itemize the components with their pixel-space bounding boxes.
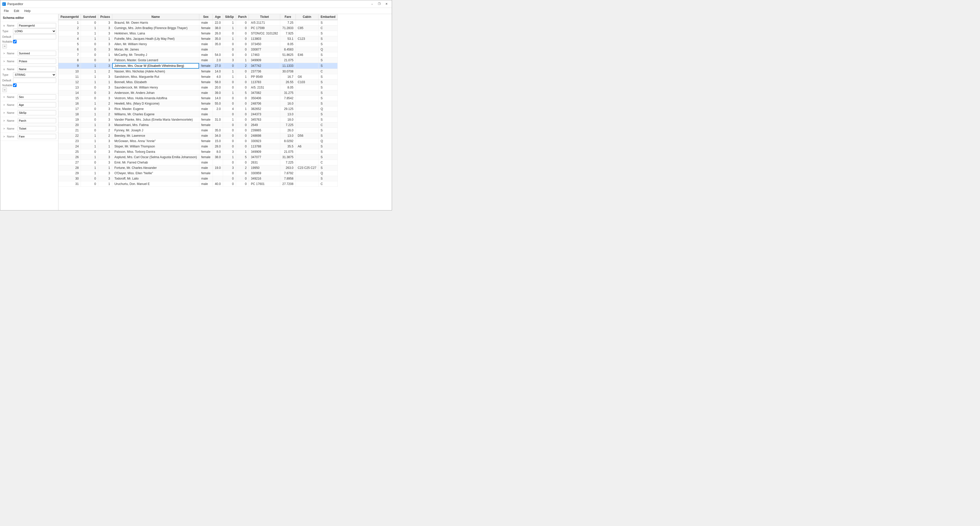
nullable-checkbox-passengerid[interactable] [13,40,17,43]
cell-sibsp[interactable]: 0 [223,96,236,101]
cell-age[interactable]: 15.0 [213,138,223,144]
cell-ticket[interactable]: 330923 [249,138,280,144]
cell-pclass[interactable]: 3 [98,41,112,47]
cell-sibsp[interactable]: 0 [223,112,236,117]
cell-survived[interactable]: 0 [81,128,98,133]
cell-fare[interactable]: 18.0 [280,117,296,122]
cell-passengerid[interactable]: 23 [59,138,81,144]
table-row[interactable]: 913female27.00234774211.1333S [59,63,338,69]
cell-fare[interactable]: 21.075 [280,149,296,154]
cell-embarked[interactable]: S [318,112,338,117]
cell-embarked[interactable]: C [318,160,338,165]
cell-name[interactable]: Uruchurtu, Don. Manuel E [112,181,199,187]
cell-age[interactable]: 8.0 [213,149,223,154]
cell-survived[interactable]: 0 [81,106,98,112]
cell-sex[interactable]: female [199,63,213,69]
cell-survived[interactable]: 1 [81,171,98,176]
cell-name[interactable]: Nasser, Mrs. Nicholas (Adele Achem) [112,69,199,74]
cell-cabin[interactable] [296,128,318,133]
cell-fare[interactable]: 7.8958 [280,176,296,181]
cell-survived[interactable]: 1 [81,63,98,69]
cell-age[interactable]: 58.0 [213,79,223,85]
cell-fare[interactable]: 7.225 [280,122,296,128]
cell-passengerid[interactable]: 14 [59,90,81,96]
cell-passengerid[interactable]: 24 [59,144,81,149]
cell-sibsp[interactable]: 3 [223,165,236,171]
cell-ticket[interactable]: 345763 [249,117,280,122]
cell-embarked[interactable]: S [318,41,338,47]
table-row[interactable]: 2503Palsson, Miss. Torborg Danirafemale8… [59,149,338,154]
cell-cabin[interactable] [296,69,318,74]
field-name-input-fare[interactable] [18,134,56,139]
expand-ticket[interactable]: > [2,127,6,130]
cell-age[interactable]: 35.0 [213,128,223,133]
table-row[interactable]: 803Palsson, Master. Gosta Leonardmale2.0… [59,58,338,63]
cell-age[interactable] [213,47,223,52]
cell-sibsp[interactable]: 1 [223,36,236,41]
editing-input[interactable] [112,63,199,68]
col-header-cabin[interactable]: Cabin [296,14,318,20]
table-row[interactable]: 411Futrelle, Mrs. Jacques Heath (Lily Ma… [59,36,338,41]
cell-fare[interactable]: 35.5 [280,144,296,149]
close-button[interactable]: ✕ [383,2,390,6]
cell-name[interactable]: Vander Planke, Mrs. Julius (Emelia Maria… [112,117,199,122]
cell-parch[interactable]: 0 [236,181,249,187]
cell-name[interactable]: Braund, Mr. Owen Harris [112,20,199,25]
table-row[interactable]: 1211Bonnell, Miss. Elizabethfemale58.000… [59,79,338,85]
cell-passengerid[interactable]: 13 [59,85,81,90]
cell-name[interactable]: Fortune, Mr. Charles Alexander [112,165,199,171]
cell-age[interactable]: 19.0 [213,165,223,171]
cell-sibsp[interactable]: 0 [223,160,236,165]
cell-name[interactable]: Hewlett, Mrs. (Mary D Kingcome) [112,101,199,106]
col-header-survived[interactable]: Survived [81,14,98,20]
cell-cabin[interactable]: D56 [296,133,318,138]
cell-sibsp[interactable]: 0 [223,79,236,85]
cell-parch[interactable]: 0 [236,138,249,144]
cell-parch[interactable]: 1 [236,74,249,79]
cell-cabin[interactable] [296,47,318,52]
cell-age[interactable]: 2.0 [213,58,223,63]
cell-fare[interactable]: 7.925 [280,31,296,36]
cell-pclass[interactable]: 2 [98,133,112,138]
cell-embarked[interactable]: Q [318,47,338,52]
cell-pclass[interactable]: 1 [98,144,112,149]
cell-sex[interactable]: male [199,133,213,138]
table-row[interactable]: 1903Vander Planke, Mrs. Julius (Emelia M… [59,117,338,122]
cell-sex[interactable]: male [199,144,213,149]
cell-ticket[interactable]: 19950 [249,165,280,171]
cell-fare[interactable]: 29.125 [280,106,296,112]
expand-sibsp[interactable]: > [2,111,6,114]
col-header-embarked[interactable]: Embarked [318,14,338,20]
cell-pclass[interactable]: 3 [98,47,112,52]
cell-ticket[interactable]: STON/O2. 3101282 [249,31,280,36]
cell-ticket[interactable]: 330959 [249,171,280,176]
cell-parch[interactable]: 0 [236,171,249,176]
cell-ticket[interactable]: 349216 [249,176,280,181]
cell-passengerid[interactable]: 11 [59,74,81,79]
cell-embarked[interactable]: C [318,122,338,128]
cell-survived[interactable]: 0 [81,181,98,187]
cell-cabin[interactable]: C103 [296,79,318,85]
cell-sex[interactable]: female [199,149,213,154]
cell-pclass[interactable]: 3 [98,106,112,112]
cell-parch[interactable]: 0 [236,101,249,106]
cell-ticket[interactable]: A/5. 2151 [249,85,280,90]
table-row[interactable]: 1503Vestrom, Miss. Hulda Amanda Adolfina… [59,96,338,101]
cell-sibsp[interactable]: 0 [223,171,236,176]
minus-btn-passengerid[interactable]: − [2,44,7,48]
cell-age[interactable]: 55.0 [213,101,223,106]
field-name-input-ticket[interactable] [18,126,56,131]
cell-survived[interactable]: 1 [81,31,98,36]
cell-embarked[interactable]: S [318,149,338,154]
cell-fare[interactable]: 27.7208 [280,181,296,187]
cell-passengerid[interactable]: 20 [59,122,81,128]
cell-ticket[interactable]: 350406 [249,96,280,101]
cell-parch[interactable]: 5 [236,90,249,96]
cell-parch[interactable]: 0 [236,96,249,101]
cell-pclass[interactable]: 3 [98,149,112,154]
cell-passengerid[interactable]: 18 [59,112,81,117]
table-row[interactable]: 503Allen, Mr. William Henrymale35.000373… [59,41,338,47]
cell-fare[interactable]: 21.075 [280,58,296,63]
cell-parch[interactable]: 0 [236,69,249,74]
table-row[interactable]: 2102Fynney, Mr. Joseph Jmale35.000239865… [59,128,338,133]
